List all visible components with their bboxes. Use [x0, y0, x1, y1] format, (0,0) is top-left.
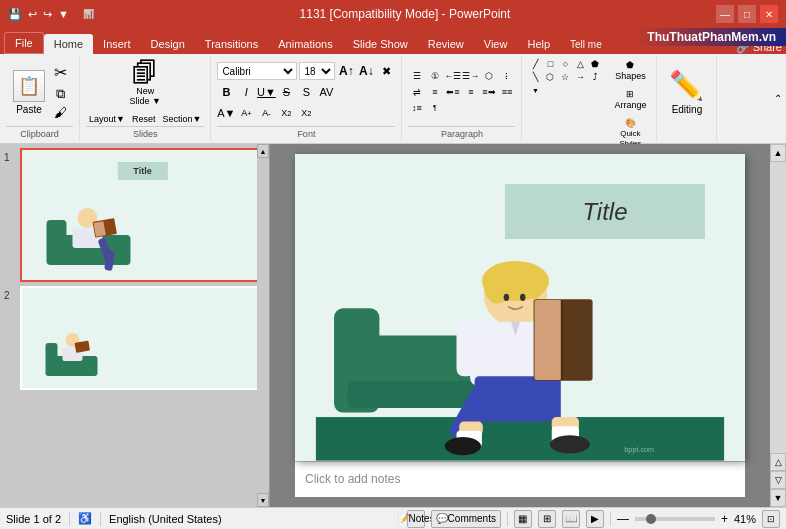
italic-button[interactable]: I: [237, 83, 255, 101]
new-slide-button[interactable]: 🗐 New Slide ▼: [125, 58, 164, 108]
tab-home[interactable]: Home: [44, 34, 93, 54]
tab-file[interactable]: File: [4, 32, 44, 54]
right-align-button[interactable]: ≡➡: [481, 85, 497, 99]
close-button[interactable]: ✕: [760, 5, 778, 23]
subscript-button[interactable]: X2: [277, 104, 295, 122]
shape-4[interactable]: △: [573, 58, 587, 70]
accessibility-icon[interactable]: ♿: [78, 512, 92, 525]
editing-button[interactable]: ✏️ Editing: [663, 65, 710, 119]
comments-button[interactable]: 💬 Comments: [431, 510, 501, 528]
justify-button[interactable]: ≡≡: [499, 85, 515, 99]
strikethrough-button[interactable]: S: [277, 83, 295, 101]
normal-view-button[interactable]: ▦: [514, 510, 532, 528]
shape-1[interactable]: ╱: [528, 58, 542, 70]
tab-animations[interactable]: Animations: [268, 34, 342, 54]
zoom-slider[interactable]: [635, 517, 715, 521]
maximize-button[interactable]: □: [738, 5, 756, 23]
decrease-font-button[interactable]: A↓: [357, 62, 375, 80]
bold-button[interactable]: B: [217, 83, 235, 101]
font-color-button[interactable]: A▼: [217, 104, 235, 122]
fit-slide-button[interactable]: ⊡: [762, 510, 780, 528]
notes-area[interactable]: Click to add notes: [295, 461, 745, 497]
window-title: 1131 [Compatibility Mode] - PowerPoint: [94, 7, 716, 21]
more-shapes[interactable]: ▼: [528, 84, 542, 96]
window-controls[interactable]: — □ ✕: [716, 5, 778, 23]
zoom-in-icon[interactable]: +: [721, 512, 728, 526]
shape-9[interactable]: →: [573, 71, 587, 83]
canvas-char-svg: bppt.com: [295, 154, 745, 461]
slide-sorter-button[interactable]: ⊞: [538, 510, 556, 528]
collapse-icon[interactable]: ⌃: [774, 93, 782, 104]
font-name-select[interactable]: Calibri: [217, 62, 297, 80]
save-icon[interactable]: 💾: [8, 8, 22, 21]
main-scroll-down[interactable]: ▼: [770, 489, 786, 507]
shape-5[interactable]: ⬟: [588, 58, 602, 70]
text-direction-button[interactable]: ⇌: [409, 85, 425, 99]
shape-8[interactable]: ☆: [558, 71, 572, 83]
layout-button[interactable]: Layout▼: [86, 112, 128, 126]
main-scroll-pagedown[interactable]: ▽: [770, 471, 786, 489]
slide-scroll-track[interactable]: [257, 158, 269, 493]
clear-format-button[interactable]: ✖: [377, 62, 395, 80]
zoom-out-icon[interactable]: —: [617, 512, 629, 526]
tab-tellme[interactable]: Tell me: [560, 35, 612, 54]
main-scroll-up[interactable]: ▲: [770, 144, 786, 162]
columns-button[interactable]: ⫶: [499, 69, 515, 83]
slide-1-thumbnail[interactable]: Title: [20, 148, 265, 282]
smartart-button[interactable]: ⬡: [481, 69, 497, 83]
char-spacing-button[interactable]: AV: [317, 83, 335, 101]
customize-icon[interactable]: ▼: [58, 8, 69, 20]
main-scroll-track[interactable]: [770, 162, 786, 453]
shape-3[interactable]: ○: [558, 58, 572, 70]
shape-2[interactable]: □: [543, 58, 557, 70]
left-align-button[interactable]: ⬅≡: [445, 85, 461, 99]
undo-icon[interactable]: ↩: [28, 8, 37, 21]
reset-button[interactable]: Reset: [129, 112, 159, 126]
format-painter-button[interactable]: 🖌: [51, 104, 70, 121]
quick-access-toolbar[interactable]: 💾 ↩ ↪ ▼ 📊: [8, 8, 94, 21]
decrease-indent-button[interactable]: ←☰: [445, 69, 461, 83]
tab-help[interactable]: Help: [517, 34, 560, 54]
minimize-button[interactable]: —: [716, 5, 734, 23]
shape-10[interactable]: ⤴: [588, 71, 602, 83]
redo-icon[interactable]: ↪: [43, 8, 52, 21]
slide-2-thumbnail[interactable]: [20, 286, 265, 390]
font-size-up-button[interactable]: A+: [237, 104, 255, 122]
ribbon-collapse-button[interactable]: ⌃: [774, 56, 786, 141]
increase-indent-button[interactable]: ☰→: [463, 69, 479, 83]
underline-button[interactable]: U▼: [257, 83, 275, 101]
tab-insert[interactable]: Insert: [93, 34, 141, 54]
bullets-button[interactable]: ☰: [409, 69, 425, 83]
superscript-button[interactable]: X2: [297, 104, 315, 122]
slide-scroll-down[interactable]: ▼: [257, 493, 269, 507]
copy-button[interactable]: ⧉: [51, 85, 70, 102]
shape-7[interactable]: ⬡: [543, 71, 557, 83]
tab-design[interactable]: Design: [141, 34, 195, 54]
section-button[interactable]: Section▼: [159, 112, 204, 126]
main-scroll-pageup[interactable]: △: [770, 453, 786, 471]
font-size-select[interactable]: 18: [299, 62, 335, 80]
reading-view-button[interactable]: 📖: [562, 510, 580, 528]
notes-button[interactable]: 📝 Notes: [407, 510, 425, 528]
slide-scroll-up[interactable]: ▲: [257, 144, 269, 158]
paragraph-dialog-button[interactable]: ¶: [427, 101, 443, 115]
arrange-button[interactable]: ⊞ Arrange: [610, 87, 650, 112]
slide-canvas[interactable]: Title: [295, 154, 745, 461]
tab-view[interactable]: View: [474, 34, 518, 54]
paste-button[interactable]: 📋 Paste: [9, 68, 49, 117]
tab-slideshow[interactable]: Slide Show: [343, 34, 418, 54]
font-size-down-button[interactable]: A-: [257, 104, 275, 122]
tab-review[interactable]: Review: [418, 34, 474, 54]
shadow-button[interactable]: S: [297, 83, 315, 101]
line-spacing-button[interactable]: ↕≡: [409, 101, 425, 115]
increase-font-button[interactable]: A↑: [337, 62, 355, 80]
center-align-button[interactable]: ≡: [463, 85, 479, 99]
align-text-button[interactable]: ≡: [427, 85, 443, 99]
slide-layout-buttons: Layout▼ Reset Section▼: [86, 112, 204, 126]
cut-button[interactable]: ✂: [51, 63, 70, 83]
shapes-button[interactable]: ⬟ Shapes: [610, 58, 650, 83]
slideshow-button[interactable]: ▶: [586, 510, 604, 528]
shape-6[interactable]: ╲: [528, 71, 542, 83]
numbering-button[interactable]: ①: [427, 69, 443, 83]
tab-transitions[interactable]: Transitions: [195, 34, 268, 54]
